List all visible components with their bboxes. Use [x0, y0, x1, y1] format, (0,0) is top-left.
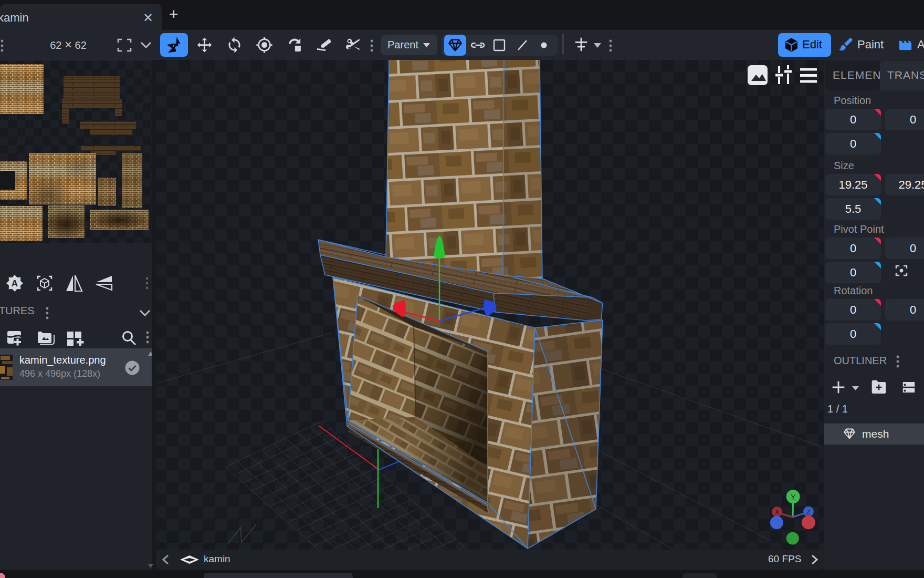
- svg-text:A: A: [12, 278, 18, 288]
- svg-text:Y: Y: [791, 493, 796, 501]
- svg-text:X: X: [775, 509, 779, 516]
- svg-text:Z: Z: [806, 509, 810, 516]
